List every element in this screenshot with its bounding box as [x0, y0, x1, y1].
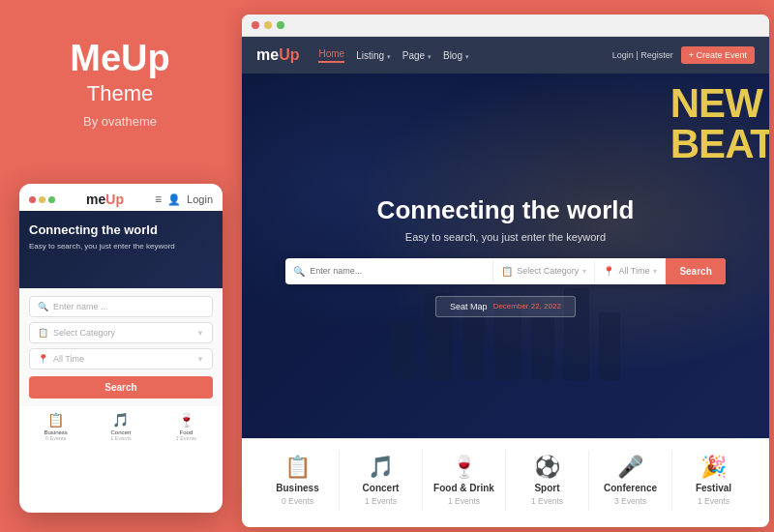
browser-dot-green [277, 21, 284, 29]
category-arrow-icon: ▾ [582, 267, 586, 276]
time-select[interactable]: 📍 All Time ▾ [595, 260, 666, 282]
figure-5 [531, 317, 554, 380]
search-bar: 🔍 📋 Select Category ▾ 📍 All Time ▾ Searc… [285, 258, 726, 284]
category-select-icon: 📋 [501, 266, 513, 277]
food-cat-name: Food & Drink [433, 483, 494, 493]
brand-highlight: U [121, 38, 147, 78]
nav-links: Home Listing ▾ Page ▾ Blog ▾ [318, 48, 611, 63]
blog-arrow: ▾ [465, 53, 469, 60]
time-select-text: All Time [618, 266, 649, 276]
cat-food[interactable]: 🍷 Food & Drink 1 Events [423, 450, 506, 511]
nav-right: Login | Register + Create Event [612, 46, 755, 64]
cat-sport[interactable]: ⚽ Sport 1 Events [506, 450, 589, 511]
mobile-dot-red [29, 196, 36, 203]
mobile-hero: Connecting the world Easy to search, you… [19, 211, 223, 288]
create-event-button[interactable]: + Create Event [681, 46, 755, 64]
browser-dot-yellow [264, 21, 272, 29]
mobile-cat-concert[interactable]: 🎵 Concert 1 Events [90, 412, 151, 441]
seat-map-date: December 22, 2022 [493, 302, 561, 310]
cat-concert[interactable]: 🎵 Concert 1 Events [340, 450, 423, 511]
seat-map-button[interactable]: Seat Map December 22, 2022 [435, 296, 576, 317]
desktop-nav-logo: meUp [256, 46, 299, 64]
nav-auth-links[interactable]: Login | Register [612, 50, 673, 60]
mobile-category-field[interactable]: 📋 Select Category ▼ [29, 322, 213, 343]
browser-content: meUp Home Listing ▾ Page ▾ Blog ▾ Login … [242, 37, 769, 520]
listing-arrow: ▾ [387, 53, 391, 60]
nav-page[interactable]: Page ▾ [402, 50, 432, 61]
mobile-login-link[interactable]: Login [187, 193, 213, 205]
food-cat-icon: 🍷 [451, 455, 477, 480]
mobile-name-field[interactable]: 🔍 Enter name ... [29, 296, 213, 317]
sport-cat-icon: ⚽ [534, 455, 560, 480]
desktop-nav: meUp Home Listing ▾ Page ▾ Blog ▾ Login … [242, 37, 769, 74]
category-select-text: Select Category [517, 266, 579, 276]
mobile-time-field[interactable]: 📍 All Time ▼ [29, 348, 213, 369]
mobile-topbar: meUp ≡ 👤 Login [19, 184, 223, 211]
mobile-dot-green [48, 196, 55, 203]
mobile-logo-highlight: Up [105, 192, 124, 207]
mobile-categories: 📋 Business 0 Events 🎵 Concert 1 Events 🍷… [19, 406, 223, 447]
mobile-hero-title: Connecting the world [29, 222, 213, 238]
conference-cat-count: 3 Events [614, 496, 646, 506]
conference-cat-icon: 🎤 [617, 455, 643, 480]
time-select-icon: 📍 [603, 266, 614, 277]
mobile-hero-sub: Easy to search, you just enter the keywo… [29, 242, 213, 251]
mobile-cat-food[interactable]: 🍷 Food 1 Events [156, 412, 217, 441]
food-icon: 🍷 [178, 412, 194, 428]
mobile-cat-concert-count: 1 Events [110, 435, 131, 441]
by-line: By ovatheme [83, 114, 157, 129]
desktop-logo-highlight: Up [279, 46, 299, 63]
mobile-cat-business[interactable]: 📋 Business 0 Events [25, 412, 86, 441]
browser-chrome [242, 15, 769, 37]
time-arrow-icon: ▾ [653, 267, 657, 276]
business-cat-count: 0 Events [282, 496, 313, 506]
right-panel: meUp Home Listing ▾ Page ▾ Blog ▾ Login … [242, 15, 769, 527]
mobile-dot-yellow [39, 196, 45, 203]
brand-name: MeUp [70, 39, 169, 79]
mobile-nav-icons: ≡ 👤 Login [155, 192, 213, 206]
category-arrow-icon: ▼ [196, 329, 204, 338]
categories-bar: 📋 Business 0 Events 🎵 Concert 1 Events 🍷… [242, 438, 769, 520]
festival-cat-count: 1 Events [698, 496, 729, 506]
concert-cat-name: Concert [363, 483, 400, 493]
cat-festival[interactable]: 🎉 Festival 1 Events [672, 450, 755, 511]
hero-title: Connecting the world [377, 195, 635, 225]
cat-business[interactable]: 📋 Business 0 Events [256, 450, 340, 511]
figure-3 [463, 308, 485, 380]
concert-cat-icon: 🎵 [368, 455, 394, 480]
search-small-icon: 🔍 [38, 302, 48, 311]
mobile-logo: meUp [86, 192, 124, 207]
festival-cat-icon: 🎉 [700, 455, 727, 480]
name-search-field[interactable]: 🔍 [285, 260, 493, 282]
cat-conference[interactable]: 🎤 Conference 3 Events [589, 450, 672, 511]
figure-1 [391, 322, 415, 380]
search-button[interactable]: Search [666, 258, 725, 284]
browser-dot-red [252, 21, 259, 29]
hamburger-icon[interactable]: ≡ [155, 192, 162, 206]
conference-cat-name: Conference [604, 483, 657, 493]
brand-subtitle: Theme [87, 81, 153, 106]
mobile-name-placeholder: Enter name ... [53, 302, 108, 311]
nav-blog[interactable]: Blog ▾ [443, 50, 469, 61]
business-icon: 📋 [47, 412, 64, 428]
nav-listing[interactable]: Listing ▾ [356, 50, 391, 61]
time-arrow-icon: ▼ [196, 355, 204, 364]
festival-cat-name: Festival [696, 483, 731, 493]
category-select[interactable]: 📋 Select Category ▾ [493, 260, 595, 282]
user-icon[interactable]: 👤 [167, 193, 181, 206]
name-search-icon: 🔍 [293, 266, 305, 277]
name-search-input[interactable] [310, 266, 485, 276]
mobile-mockup: meUp ≡ 👤 Login Connecting the world Easy… [19, 184, 223, 513]
mobile-category-placeholder: Select Category [53, 328, 192, 338]
hero-beat-text: NEWBEAT [670, 83, 769, 164]
time-icon: 📍 [38, 354, 48, 364]
nav-home[interactable]: Home [318, 48, 344, 63]
seat-map-label: Seat Map [450, 302, 488, 311]
concert-cat-count: 1 Events [365, 496, 397, 506]
figure-7 [599, 312, 620, 380]
mobile-cat-food-count: 1 Events [176, 435, 196, 441]
mobile-time-placeholder: All Time [53, 354, 192, 364]
category-icon: 📋 [38, 328, 48, 338]
mobile-search-button[interactable]: Search [29, 376, 213, 399]
mobile-search-area: 🔍 Enter name ... 📋 Select Category ▼ 📍 A… [19, 288, 223, 406]
